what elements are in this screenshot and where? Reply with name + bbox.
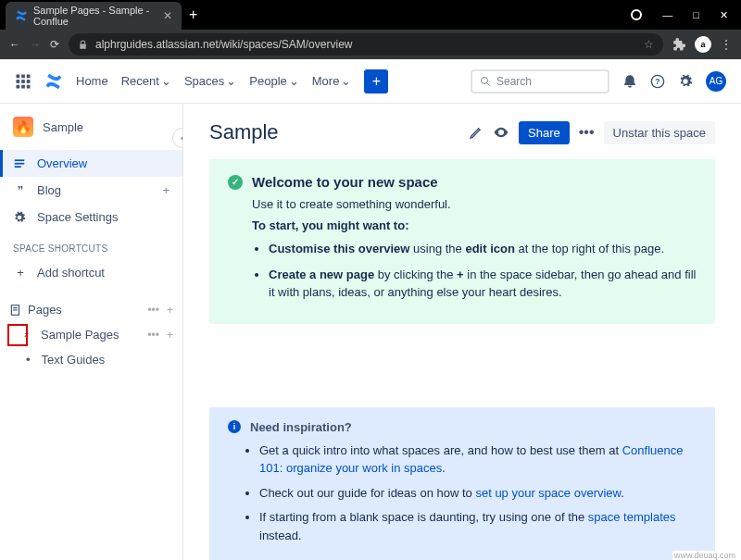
welcome-heading: Welcome to your new space [252, 174, 438, 190]
chevron-down-icon: ⌄ [341, 74, 351, 88]
add-blog-icon[interactable]: + [162, 183, 170, 197]
tab-close-icon[interactable]: ✕ [163, 9, 172, 22]
svg-rect-7 [21, 84, 25, 88]
sidebar-item-text-guides[interactable]: Text Guides [0, 347, 182, 372]
url-text: alphrguides.atlassian.net/wiki/spaces/SA… [95, 38, 352, 51]
forward-button[interactable]: → [30, 38, 41, 51]
url-field[interactable]: alphrguides.atlassian.net/wiki/spaces/SA… [69, 33, 663, 56]
chevron-down-icon: ⌄ [226, 74, 236, 88]
search-input[interactable]: Search [471, 69, 609, 93]
add-page-icon[interactable]: + [167, 304, 173, 317]
search-icon [480, 76, 491, 87]
user-avatar[interactable]: AG [706, 71, 726, 92]
svg-rect-5 [27, 80, 31, 83]
welcome-panel: ✓Welcome to your new space Use it to cre… [209, 159, 715, 324]
nav-recent[interactable]: Recent⌄ [121, 74, 171, 88]
svg-text:?: ? [655, 77, 659, 86]
add-page-icon[interactable]: + [167, 329, 173, 342]
back-button[interactable]: ← [9, 38, 20, 51]
svg-line-10 [487, 82, 490, 85]
more-icon[interactable]: ••• [147, 304, 159, 317]
space-name: Sample [43, 120, 83, 134]
svg-rect-14 [15, 162, 25, 164]
confluence-favicon [15, 9, 28, 22]
chevron-down-icon: ⌄ [289, 74, 299, 88]
unstar-button[interactable]: Unstar this space [604, 121, 715, 144]
nav-more[interactable]: More⌄ [312, 74, 352, 88]
browser-titlebar: Sample Pages - Sample - Conflue ✕ + — □ … [0, 0, 741, 30]
svg-rect-3 [17, 80, 20, 83]
sidebar-item-add-shortcut[interactable]: + Add shortcut [0, 259, 182, 286]
svg-rect-6 [17, 84, 20, 88]
new-tab-button[interactable]: + [189, 6, 197, 23]
sidebar-item-pages[interactable]: Pages •••+ [0, 297, 182, 322]
check-icon: ✓ [228, 175, 243, 190]
sidebar-item-label: Sample Pages [41, 328, 119, 342]
nav-home[interactable]: Home [76, 74, 108, 88]
notifications-icon[interactable] [622, 74, 637, 89]
minimize-button[interactable]: — [662, 9, 672, 20]
browser-menu-icon[interactable]: ⋮ [721, 38, 732, 51]
link-space-templates[interactable]: space templates [588, 510, 676, 524]
help-icon[interactable]: ? [650, 74, 665, 89]
sidebar-item-overview[interactable]: Overview [0, 150, 182, 177]
confluence-logo-icon[interactable] [44, 72, 63, 91]
nav-people[interactable]: People⌄ [249, 74, 298, 88]
svg-point-9 [482, 77, 488, 83]
inspire-bullet-3: If starting from a blank space is daunti… [259, 508, 697, 544]
page-main: Sample Share ••• Unstar this space ✓Welc… [183, 104, 741, 560]
info-icon: i [228, 420, 241, 433]
page-title: Sample [209, 120, 279, 144]
share-button[interactable]: Share [519, 121, 570, 144]
browser-address-bar: ← → ⟳ alphrguides.atlassian.net/wiki/spa… [0, 30, 741, 59]
create-button[interactable]: + [364, 69, 388, 93]
sidebar-item-sample-pages[interactable]: › Sample Pages •••+ [0, 322, 182, 347]
welcome-start-label: To start, you might want to: [252, 218, 697, 232]
sidebar-item-label: Blog [37, 183, 61, 197]
svg-rect-13 [15, 159, 25, 161]
close-button[interactable]: ✕ [720, 9, 728, 21]
inspiration-heading: Need inspiration? [250, 420, 352, 434]
space-sidebar: ‹ 🔥 Sample Overview ” Blog + Space Setti… [0, 104, 183, 560]
welcome-bullet-1: Customise this overview using the edit i… [269, 240, 697, 258]
highlight-box [7, 324, 28, 346]
sidebar-item-label: Add shortcut [37, 266, 105, 280]
maximize-button[interactable]: □ [693, 9, 699, 20]
page-header: Sample Share ••• Unstar this space [209, 120, 715, 144]
sidebar-item-blog[interactable]: ” Blog + [0, 177, 182, 204]
overview-icon [13, 157, 28, 170]
more-icon[interactable]: ••• [147, 329, 159, 342]
svg-rect-8 [27, 84, 31, 88]
sidebar-item-label: Space Settings [37, 210, 118, 224]
pages-icon [9, 304, 22, 317]
blog-icon: ” [13, 183, 28, 197]
account-icon[interactable] [631, 9, 642, 20]
svg-rect-15 [15, 166, 21, 168]
tab-title: Sample Pages - Sample - Conflue [33, 5, 157, 27]
space-avatar-icon: 🔥 [13, 117, 33, 137]
reload-button[interactable]: ⟳ [50, 38, 59, 51]
welcome-subtitle: Use it to create something wonderful. [252, 197, 697, 211]
profile-avatar[interactable]: a [695, 36, 711, 53]
shortcuts-section-label: SPACE SHORTCUTS [0, 230, 182, 259]
nav-spaces[interactable]: Spaces⌄ [184, 74, 236, 88]
more-actions-icon[interactable]: ••• [579, 124, 595, 141]
extensions-icon[interactable] [672, 38, 685, 51]
app-top-nav: Home Recent⌄ Spaces⌄ People⌄ More⌄ + Sea… [0, 59, 741, 104]
welcome-bullet-2: Create a new page by clicking the + in t… [269, 266, 697, 302]
svg-rect-0 [17, 74, 20, 78]
bookmark-star-icon[interactable]: ☆ [644, 38, 654, 51]
watermark: www.deuaq.com [672, 551, 737, 560]
inspire-bullet-2: Check out our guide for ideas on how to … [259, 484, 697, 503]
gear-icon [13, 211, 28, 224]
space-header[interactable]: 🔥 Sample [0, 104, 182, 150]
browser-tab[interactable]: Sample Pages - Sample - Conflue ✕ [6, 2, 182, 30]
edit-icon[interactable] [469, 125, 484, 140]
window-controls: — □ ✕ [631, 9, 741, 21]
app-switcher-icon[interactable] [15, 73, 31, 90]
sidebar-item-space-settings[interactable]: Space Settings [0, 204, 182, 230]
settings-icon[interactable] [678, 74, 693, 89]
watch-icon[interactable] [493, 124, 509, 141]
sidebar-item-label: Pages [28, 303, 62, 317]
link-setup-overview[interactable]: set up your space overview [475, 486, 621, 500]
